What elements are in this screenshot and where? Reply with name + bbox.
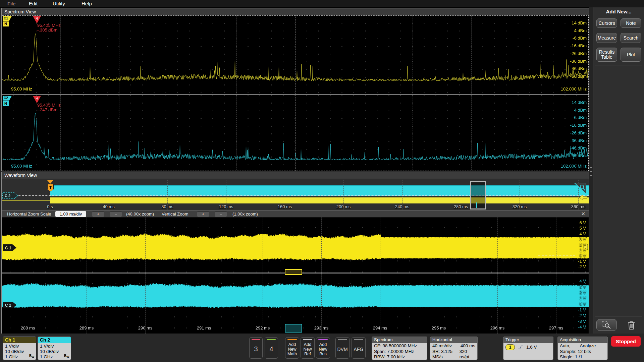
splitter-dots-icon	[590, 175, 592, 176]
trigger-position-icon[interactable]	[47, 180, 53, 184]
channel-3-button[interactable]: 3	[249, 337, 263, 359]
spectrum-settings-panel[interactable]: Spectrum CF: 98.5000000 MHz Span: 7.0000…	[372, 337, 427, 360]
channel-4-label: 4	[269, 340, 273, 358]
overview-channel-handle-c2[interactable]: C 2	[2, 192, 18, 199]
overview-time-label: 80 ms	[161, 204, 173, 209]
channel-1-name: Ch 1	[3, 337, 36, 343]
spectrum-plot-ch1[interactable]: C1 N R 95.405 MHz -.305 dBm 95.00 MHz 10…	[2, 15, 589, 94]
channel-tag-c2[interactable]: C2 N	[3, 96, 12, 106]
separator	[333, 338, 333, 357]
horizontal-settings-panel[interactable]: Horizontal 40 ms/div400 ms SR: 3.125 MS/…	[430, 337, 478, 360]
status-bar: Ch 1 1 V/div 10 dB/div 1 GHz BW Ch 2 1 V…	[0, 334, 644, 362]
channel-2-badge[interactable]: Ch 2 1 V/div 10 dB/div 1 GHz BW	[38, 337, 71, 360]
channel-badge-c1[interactable]: C 1	[3, 244, 16, 251]
rising-edge-icon	[518, 345, 523, 350]
waveform-overview-strip[interactable]: C 2 T 0 s40 ms80 ms120 ms160 ms200 ms240…	[2, 179, 589, 210]
zoom-time-label: 290 ms	[138, 325, 153, 330]
trigger-settings-panel[interactable]: Trigger 1 1.6 V	[503, 337, 553, 360]
ch2-vdiv: 1 V/div	[40, 344, 69, 349]
channel-tag-c1[interactable]: C1 N	[3, 16, 12, 26]
zoom-window-marker	[476, 202, 477, 208]
h-sample-rate: SR: 3.125 MS/s	[432, 349, 460, 360]
panel-divider	[595, 65, 642, 65]
zoom-time-label: 294 ms	[373, 325, 387, 330]
plot-button[interactable]: Plot	[621, 48, 641, 62]
add-new-title: Add New...	[593, 9, 644, 14]
overview-zero-line	[2, 195, 589, 196]
event-marker-box-ch1[interactable]	[285, 269, 302, 275]
panel-divider	[595, 316, 642, 316]
trigger-level-arrow-icon[interactable]	[583, 244, 589, 250]
freq-end-label: 102.000 MHz	[561, 164, 587, 169]
event-marker-box-ch2[interactable]	[285, 324, 302, 333]
acquisition-settings-panel[interactable]: Acquisition Auto,Analyze Sample: 12 bits…	[557, 337, 608, 360]
zoom-plot-ch1[interactable]: C 1 6 V5 V4 V3 V2 V1 V0 V-1 V-2 V	[2, 218, 589, 273]
run-stop-button[interactable]: Stopped	[611, 336, 641, 347]
trigger-level-arrow-icon[interactable]	[579, 194, 587, 200]
add-new-bus-button[interactable]: AddNewBus	[316, 337, 330, 359]
acq-mode: Auto,	[560, 343, 571, 349]
menu-bar: File Edit Utility Help	[0, 0, 644, 8]
trigger-settings-title: Trigger	[503, 337, 553, 343]
note-button[interactable]: Note	[621, 18, 641, 28]
v-zoom-plus-button[interactable]: +	[197, 212, 209, 217]
panel-splitter[interactable]	[589, 7, 593, 334]
spectrum-view-content[interactable]: C1 N R 95.405 MHz -.305 dBm 95.00 MHz 10…	[2, 15, 589, 171]
horizontal-settings-title: Horizontal	[430, 337, 477, 343]
zoom-time-label: 293 ms	[314, 325, 329, 330]
zoom-time-label: 292 ms	[256, 325, 270, 330]
channel-1-badge[interactable]: Ch 1 1 V/div 10 dB/div 1 GHz BW	[3, 337, 36, 360]
dbm-axis-label: -56 dBm	[570, 153, 587, 158]
zoom-window-box[interactable]	[470, 181, 486, 209]
overview-time-label: 120 ms	[219, 204, 233, 209]
spectrum-span: Span: 7.00000 MHz	[374, 349, 425, 355]
h-zoom-minus-button[interactable]: −	[110, 212, 122, 217]
menu-utility[interactable]: Utility	[53, 1, 65, 6]
close-zoom-bar-icon[interactable]: ✕	[581, 211, 585, 217]
h-zoom-plus-button[interactable]: +	[92, 212, 104, 217]
menu-edit[interactable]: Edit	[29, 1, 38, 6]
svg-text:R: R	[36, 16, 38, 20]
spectrum-plot-ch2[interactable]: C2 N R 95.405 MHz -.247 dBm 95.00 MHz 10…	[2, 95, 589, 171]
volt-axis-label: -1 V	[578, 259, 586, 264]
dbm-axis-label: 4 dBm	[574, 28, 587, 33]
svg-text:C 2: C 2	[5, 303, 11, 308]
cursors-button[interactable]: Cursors	[596, 18, 617, 28]
dvm-button[interactable]: DVM	[335, 337, 350, 359]
v-zoom-label: Vertical Zoom	[162, 212, 188, 217]
overview-zoom-handle-icon[interactable]	[574, 182, 587, 194]
bandwidth-limit-icon: BW	[64, 353, 69, 360]
dbm-axis-label: -46 dBm	[570, 66, 587, 71]
volt-axis-label: -4 V	[578, 324, 586, 329]
menu-help[interactable]: Help	[82, 1, 92, 6]
zoomed-waveform-area[interactable]: C 1 6 V5 V4 V3 V2 V1 V0 V-1 V-2 V C 2	[2, 218, 589, 334]
add-new-ref-button[interactable]: AddNewRef	[301, 337, 315, 359]
trash-icon[interactable]	[626, 320, 637, 330]
search-button[interactable]: Search	[621, 33, 641, 43]
channel-nav-label: N	[3, 101, 9, 106]
dbm-axis-label: -6 dBm	[573, 115, 587, 120]
channel-badge-c2[interactable]: C 2	[3, 302, 16, 308]
volt-axis-label: -1 V	[578, 307, 586, 312]
dbm-axis-label: -46 dBm	[570, 145, 587, 150]
svg-text:C 2: C 2	[5, 194, 10, 198]
ground-level-dashes	[538, 255, 575, 256]
dbm-axis-label: 4 dBm	[574, 108, 587, 113]
splitter-dots-icon	[590, 167, 592, 168]
marker-amplitude: -.305 dBm	[37, 27, 57, 33]
overview-band-ch1	[50, 197, 589, 203]
zoom-mode-button[interactable]	[596, 319, 617, 331]
h-window: 400 ms	[461, 343, 475, 349]
results-table-button[interactable]: Results Table	[596, 48, 617, 62]
add-new-math-button[interactable]: AddNewMath	[285, 337, 299, 359]
menu-file[interactable]: File	[7, 1, 15, 6]
overview-time-label: 40 ms	[103, 204, 114, 209]
zoom-time-label: 297 ms	[549, 325, 564, 330]
v-zoom-factor: (1.00x zoom)	[232, 212, 258, 217]
h-record-length: RL: 1.25 Mpts	[432, 360, 460, 360]
v-zoom-minus-button[interactable]: −	[215, 212, 227, 217]
h-zoom-scale-value[interactable]: 1.00 ms/div	[55, 211, 86, 217]
measure-button[interactable]: Measure	[596, 33, 617, 43]
afg-button[interactable]: AFG	[352, 337, 366, 359]
channel-4-button[interactable]: 4	[265, 337, 278, 359]
